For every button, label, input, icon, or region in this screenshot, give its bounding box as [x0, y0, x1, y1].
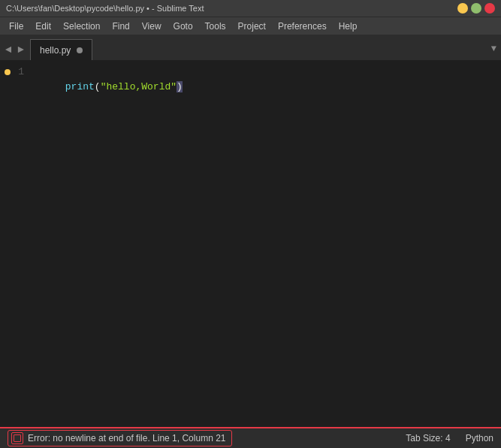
window-controls — [457, 3, 495, 14]
code-line-1: print("hello,World") — [30, 65, 501, 110]
menu-bar: File Edit Selection Find View Goto Tools… — [0, 17, 501, 35]
menu-goto[interactable]: Goto — [168, 20, 199, 33]
menu-find[interactable]: Find — [106, 20, 135, 33]
status-bar: Error: no newline at end of file. Line 1… — [0, 427, 501, 448]
code-paren-close: ) — [177, 81, 183, 92]
menu-preferences[interactable]: Preferences — [272, 20, 333, 33]
menu-file[interactable]: File — [3, 20, 29, 33]
error-icon — [11, 432, 23, 444]
line-marker — [5, 69, 11, 75]
code-area[interactable]: print("hello,World") — [30, 60, 501, 427]
code-string: "hello,World" — [101, 81, 177, 92]
menu-selection[interactable]: Selection — [57, 20, 106, 33]
error-section: Error: no newline at end of file. Line 1… — [8, 430, 232, 446]
error-icon-inner — [14, 434, 21, 442]
menu-help[interactable]: Help — [333, 20, 364, 33]
minimize-button[interactable] — [457, 3, 468, 14]
code-function: print — [65, 81, 95, 92]
tab-nav-forward[interactable]: ► — [15, 44, 26, 56]
tab-hello-py[interactable]: hello.py — [30, 39, 92, 60]
status-tab-size: Tab Size: 4 — [406, 433, 450, 443]
tab-bar: ◄ ► hello.py ▼ — [0, 35, 501, 60]
maximize-button[interactable] — [471, 3, 481, 14]
status-language[interactable]: Python — [466, 433, 493, 443]
status-left: Error: no newline at end of file. Line 1… — [8, 430, 232, 446]
tab-nav-buttons: ◄ ► — [3, 44, 26, 56]
tab-nav-back[interactable]: ◄ — [3, 44, 14, 56]
title-bar-text: C:\Users\fan\Desktop\pycode\hello.py • -… — [6, 4, 204, 13]
status-right: Tab Size: 4 Python — [406, 433, 493, 443]
menu-edit[interactable]: Edit — [29, 20, 57, 33]
menu-tools[interactable]: Tools — [199, 20, 232, 33]
close-button[interactable] — [484, 3, 495, 14]
line-number-1: 1 — [18, 65, 24, 80]
menu-view[interactable]: View — [136, 20, 168, 33]
tab-dropdown-icon[interactable]: ▼ — [491, 44, 496, 54]
code-paren-open: ( — [95, 81, 101, 92]
tab-name: hello.py — [40, 45, 71, 56]
menu-project[interactable]: Project — [232, 20, 272, 33]
tab-modified-dot — [77, 47, 83, 53]
editor-area[interactable]: 1 print("hello,World") — [0, 60, 501, 427]
status-error-text: Error: no newline at end of file. Line 1… — [28, 433, 225, 443]
title-bar: C:\Users\fan\Desktop\pycode\hello.py • -… — [0, 0, 501, 17]
